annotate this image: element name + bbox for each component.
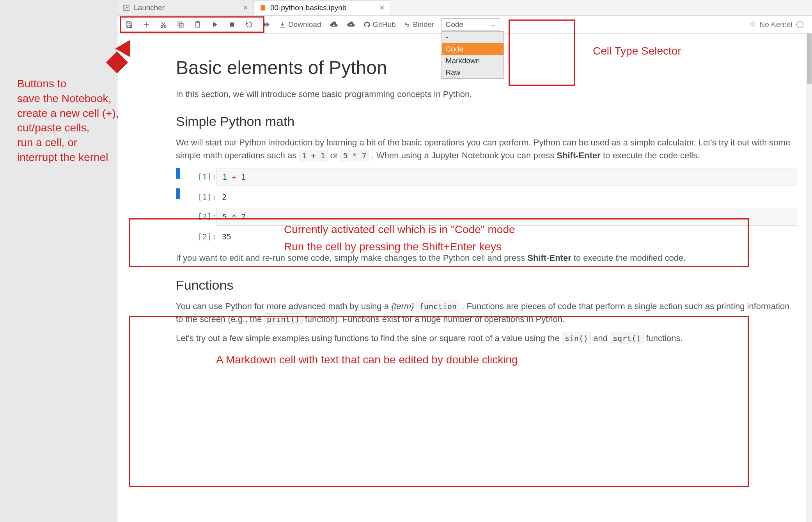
- in-prompt: [2]:: [185, 208, 216, 221]
- stop-button[interactable]: [224, 18, 240, 31]
- notebook-area[interactable]: Basic elements of Python In this section…: [117, 34, 812, 522]
- github-button[interactable]: GitHub: [360, 20, 399, 29]
- celltype-option[interactable]: -: [442, 32, 504, 43]
- inline-code: function: [417, 301, 459, 312]
- inline-code: 1 + 1: [299, 150, 328, 161]
- github-label: GitHub: [373, 20, 396, 29]
- celltype-option[interactable]: Code: [442, 43, 504, 55]
- markdown-cell[interactable]: If you want to edit and re-run some code…: [176, 251, 796, 345]
- celltype-selector[interactable]: Code ⌄ - Code Markdown Raw: [441, 18, 500, 31]
- output-cell: [1]: 2: [176, 188, 796, 205]
- notebook-icon: [259, 4, 266, 11]
- code-input[interactable]: 1 + 1: [216, 168, 796, 186]
- in-prompt: [1]:: [185, 168, 216, 181]
- code-output: 2: [216, 188, 796, 205]
- sidebar-panel: [0, 0, 117, 522]
- out-prompt: [1]:: [185, 188, 216, 202]
- cell-gutter: [176, 228, 180, 239]
- cloud-upload-button[interactable]: [343, 18, 359, 31]
- svg-rect-4: [179, 23, 183, 27]
- chevron-down-icon: ⌄: [491, 21, 496, 28]
- svg-rect-1: [261, 5, 265, 11]
- run-button[interactable]: [207, 18, 223, 31]
- cloud-download-button[interactable]: [326, 18, 342, 31]
- tab-label: Launcher: [134, 4, 165, 12]
- cell-gutter: [176, 188, 180, 199]
- inline-code: sqrt(): [610, 333, 644, 344]
- paragraph: If you want to edit and re-run some code…: [176, 251, 796, 264]
- kernel-status: ✲ No Kernel: [750, 20, 808, 29]
- output-cell: [2]: 35: [176, 228, 796, 245]
- celltype-dropdown: - Code Markdown Raw: [441, 31, 504, 79]
- paragraph: We will start our Python introduction by…: [176, 136, 796, 162]
- binder-label: Binder: [413, 20, 434, 29]
- close-icon[interactable]: ×: [243, 3, 248, 13]
- celltype-current: Code: [446, 20, 463, 29]
- cell-gutter: [176, 168, 180, 179]
- inline-code: 5 * 7: [340, 150, 369, 161]
- main-panel: Launcher × 00-python-basics.ipynb ×: [117, 0, 812, 522]
- kernel-status-label[interactable]: No Kernel: [760, 20, 793, 29]
- tab-bar: Launcher × 00-python-basics.ipynb ×: [117, 0, 812, 16]
- toolbar: Download GitHub Binder Code ⌄ - Code Mar…: [117, 16, 812, 34]
- scrollbar-thumb[interactable]: [807, 34, 812, 84]
- download-button[interactable]: Download: [276, 20, 324, 29]
- section-heading: Simple Python math: [176, 114, 796, 129]
- download-label: Download: [288, 20, 321, 29]
- save-button[interactable]: [121, 18, 137, 31]
- kernel-indicator-icon[interactable]: [796, 21, 803, 28]
- binder-button[interactable]: Binder: [401, 20, 438, 29]
- celltype-option[interactable]: Markdown: [442, 55, 504, 67]
- code-cell[interactable]: [1]: 1 + 1: [176, 168, 796, 186]
- code-output: 35: [216, 228, 796, 245]
- tab-launcher[interactable]: Launcher ×: [117, 0, 254, 15]
- svg-rect-5: [178, 22, 182, 26]
- inline-code: print(): [264, 313, 302, 325]
- out-prompt: [2]:: [185, 228, 216, 241]
- paragraph: Let's try out a few simple examples usin…: [176, 332, 796, 345]
- inline-code: sin(): [562, 333, 591, 344]
- paragraph: In this section, we will introduce some …: [176, 88, 796, 101]
- close-icon[interactable]: ×: [379, 3, 385, 13]
- launcher-icon: [123, 4, 130, 11]
- add-cell-button[interactable]: [138, 18, 154, 31]
- cell-gutter: [176, 208, 180, 219]
- fast-forward-button[interactable]: [259, 18, 274, 31]
- celltype-option[interactable]: Raw: [442, 67, 504, 78]
- restart-button[interactable]: [241, 18, 257, 31]
- paragraph: You can use Python for more advanced mat…: [176, 300, 796, 326]
- bug-icon[interactable]: ✲: [750, 20, 756, 29]
- cut-button[interactable]: [156, 18, 171, 31]
- tab-notebook[interactable]: 00-python-basics.ipynb ×: [254, 0, 390, 15]
- tab-label: 00-python-basics.ipynb: [270, 4, 346, 12]
- section-heading: Functions: [176, 278, 796, 293]
- scrollbar[interactable]: [807, 34, 812, 522]
- svg-rect-8: [230, 23, 234, 27]
- code-cell[interactable]: [2]: 5 * 7: [176, 208, 796, 226]
- paste-button[interactable]: [190, 18, 206, 31]
- copy-button[interactable]: [173, 18, 188, 31]
- code-input[interactable]: 5 * 7: [216, 208, 796, 226]
